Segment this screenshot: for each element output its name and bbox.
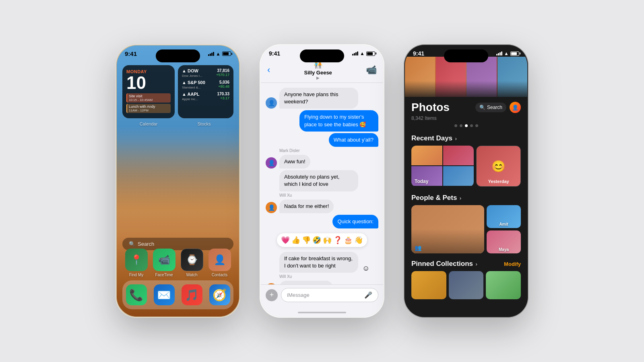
pinned-collections-header: Pinned Collections › Modify (405, 257, 527, 271)
message-bubble-out3: Quick question: (332, 215, 378, 228)
status-icons: ▲ (208, 51, 231, 57)
music-icon: 🎵 (185, 288, 199, 302)
tapback-thumbsdown[interactable]: 👎 (302, 236, 311, 245)
profile-icon: 👤 (512, 105, 518, 111)
maya-name: Maya (487, 247, 521, 252)
battery-icon (222, 51, 231, 56)
phones-container: 9:41 ▲ (116, 44, 528, 318)
photos-profile-button[interactable]: 👤 (510, 102, 521, 113)
app-find-my[interactable]: 📍 Find My (125, 249, 148, 277)
photos-title: Photos (411, 101, 450, 114)
people-pets-section: People & Pets › 👥 (405, 191, 527, 257)
video-call-button[interactable]: 📹 (366, 65, 377, 75)
people-bg (411, 205, 484, 253)
person-cards-col: Amit Maya (487, 205, 521, 253)
photos-screen: 9:41 ▲ (405, 45, 527, 317)
pinned-arrow[interactable]: › (475, 261, 477, 267)
facetime-icon-bg: 📹 (153, 249, 175, 271)
photos-count: 8,342 Items (405, 115, 527, 121)
dock: 📞 ✉️ 🎵 🧭 (122, 280, 233, 309)
contacts-icon-symbol: 👤 (214, 254, 226, 265)
message-row-out2: What about y'all? (266, 133, 378, 147)
tapback-heart[interactable]: 💗 (281, 236, 290, 245)
app-grid: 📍 Find My 📹 FaceTime ⌚ (117, 249, 239, 280)
calendar-widget-label: Calendar (122, 121, 175, 126)
phone-photos: 9:41 ▲ (404, 44, 528, 318)
photos-search-button[interactable]: 🔍 Search (475, 103, 506, 112)
recent-days-arrow[interactable]: › (455, 136, 457, 142)
sender-avatar-2: 👤 (266, 157, 277, 169)
app-facetime[interactable]: 📹 FaceTime (153, 249, 175, 277)
people-pets-arrow[interactable]: › (460, 195, 461, 201)
app-watch[interactable]: ⌚ Watch (181, 249, 203, 277)
photos-status-icons: ▲ (496, 51, 519, 56)
home-indicator (298, 312, 346, 313)
phone-icon: 📞 (129, 288, 143, 302)
widgets-labels: Calendar Stocks (117, 121, 239, 126)
photos-title-row: Photos 🔍 Search 👤 (405, 97, 527, 115)
message-row-out3: Quick question: (266, 215, 378, 228)
people-grid: 👥 Amit Maya (405, 205, 527, 253)
people-main-card[interactable]: 👥 (411, 205, 484, 253)
calendar-widget[interactable]: MONDAY 10 Site visit 10:15 - 10:45AM Lun… (122, 65, 175, 118)
stock-aapl: ▲ AAPL Apple Inc... 170.33 +3.17 (182, 92, 229, 101)
yesterday-card[interactable]: 😊 Yesterday (476, 146, 521, 187)
back-button[interactable]: ‹ (267, 65, 270, 75)
amit-name: Amit (487, 222, 521, 226)
calendar-events: Site visit 10:15 - 10:45AM Lunch with An… (126, 93, 171, 113)
pinned-thumb-2[interactable] (449, 271, 484, 299)
view-dot-active[interactable] (465, 124, 468, 127)
dynamic-island-2 (300, 49, 344, 62)
message-input-row: + iMessage 🎤 (261, 284, 383, 310)
tapback-haha[interactable]: 🤣 (312, 236, 321, 245)
view-dot-4[interactable] (475, 124, 478, 127)
tapback-clap[interactable]: 🙌 (323, 236, 332, 245)
watch-icon-symbol: ⌚ (186, 254, 198, 265)
message-bubble-out2: What about y'all? (329, 133, 378, 147)
photos-hero-strip (405, 57, 527, 97)
message-bubble-6: Haha I second that (279, 281, 333, 284)
search-icon-photos: 🔍 (479, 105, 485, 110)
dock-mail[interactable]: ✉️ (154, 284, 175, 305)
dock-music[interactable]: 🎵 (182, 284, 202, 305)
phone-messages: 9:41 ▲ ‹ (260, 44, 384, 318)
search-icon: 🔍 (129, 241, 135, 247)
pinned-thumb-1[interactable] (411, 271, 446, 299)
sender-name-3: Will Xu (279, 274, 378, 279)
view-mode-selector (405, 124, 527, 127)
tapback-thumbsup[interactable]: 👍 (291, 236, 300, 245)
dock-phone[interactable]: 📞 (126, 284, 147, 305)
calendar-event-2: Lunch with Andy 11AM - 12PM (126, 104, 171, 113)
today-photo-2 (443, 146, 474, 165)
messages-status-icons: ▲ (352, 51, 375, 56)
battery-icon-2 (366, 51, 375, 56)
view-dot-1[interactable] (454, 124, 457, 127)
signal-icon-3 (496, 51, 502, 56)
message-row-4: 👤 Nada for me either! (266, 200, 378, 213)
chat-title-area[interactable]: 🧑‍🤝‍🧑 Silly Geese ▶ (304, 60, 332, 80)
photo-strip-thumbnails (405, 57, 527, 97)
tapback-wave[interactable]: 👋 (354, 236, 363, 245)
pinned-thumb-3[interactable] (486, 271, 521, 299)
dock-safari[interactable]: 🧭 (209, 284, 230, 305)
modify-button[interactable]: Modify (504, 261, 521, 267)
tapback-cake[interactable]: 🎂 (344, 236, 353, 245)
message-bubble: Anyone have plans this weekend? (279, 88, 358, 109)
recent-days-grid: Today 😊 Yesterday (405, 146, 527, 191)
app-contacts[interactable]: 👤 Contacts (208, 249, 231, 277)
findmy-icon-bg: 📍 (125, 249, 148, 271)
stocks-widget[interactable]: ▲ DOW Dow Jones I... 37,816 +570.17 ▲ S&… (178, 65, 233, 118)
view-dot-3[interactable] (470, 124, 473, 127)
attach-button[interactable]: + (266, 289, 278, 301)
people-pets-title: People & Pets (411, 194, 457, 202)
imessage-placeholder: iMessage (287, 292, 310, 298)
calendar-event-1: Site visit 10:15 - 10:45AM (126, 93, 171, 103)
message-bubble-4: Nada for me either! (279, 200, 334, 213)
contacts-label: Contacts (212, 273, 227, 277)
amit-card[interactable]: Amit (487, 205, 521, 228)
view-dot-2[interactable] (460, 124, 462, 127)
maya-card[interactable]: Maya (487, 230, 521, 253)
tapback-question[interactable]: ❓ (333, 236, 342, 245)
message-input[interactable]: iMessage 🎤 (281, 288, 378, 302)
today-card[interactable]: Today (411, 146, 474, 187)
